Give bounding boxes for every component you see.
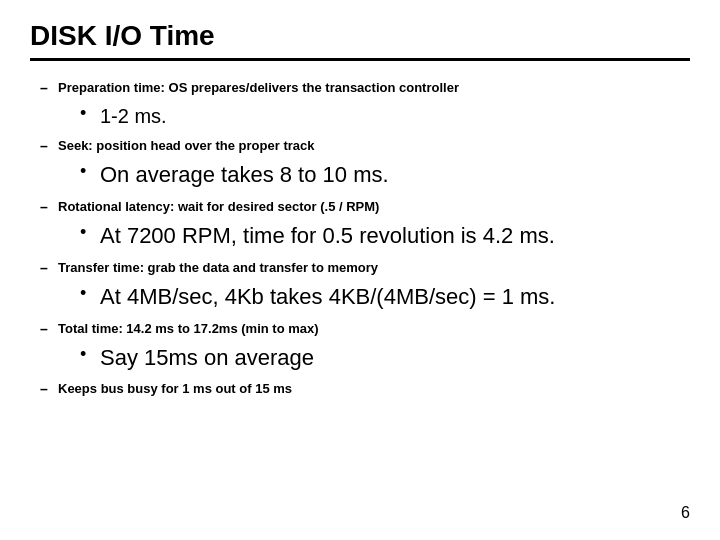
list-item: – Keeps bus busy for 1 ms out of 15 ms [40, 380, 690, 398]
slide-title: DISK I/O Time [30, 20, 215, 51]
dot-icon: • [80, 103, 100, 125]
dash-icon: – [40, 198, 58, 215]
list-item: • 1-2 ms. [80, 103, 690, 129]
dot-icon: • [80, 283, 100, 305]
page-number: 6 [681, 504, 690, 522]
list-item: • At 7200 RPM, time for 0.5 revolution i… [80, 222, 690, 251]
title-area: DISK I/O Time [30, 20, 690, 61]
sub-bullet-text: At 7200 RPM, time for 0.5 revolution is … [100, 222, 555, 251]
dot-icon: • [80, 344, 100, 366]
list-item: • On average takes 8 to 10 ms. [80, 161, 690, 190]
sub-bullet-text: Say 15ms on average [100, 344, 314, 373]
dash-icon: – [40, 79, 58, 96]
dash-icon: – [40, 320, 58, 337]
sub-bullet-text: On average takes 8 to 10 ms. [100, 161, 389, 190]
list-item: – Seek: position head over the proper tr… [40, 137, 690, 155]
bullet-text: Preparation time: OS prepares/delivers t… [58, 79, 459, 97]
bullet-text: Keeps bus busy for 1 ms out of 15 ms [58, 380, 292, 398]
sub-bullet-text: 1-2 ms. [100, 103, 167, 129]
bullet-text: Seek: position head over the proper trac… [58, 137, 314, 155]
dot-icon: • [80, 222, 100, 244]
bullet-text: Transfer time: grab the data and transfe… [58, 259, 378, 277]
dot-icon: • [80, 161, 100, 183]
list-item: • Say 15ms on average [80, 344, 690, 373]
dash-icon: – [40, 137, 58, 154]
list-item: • At 4MB/sec, 4Kb takes 4KB/(4MB/sec) = … [80, 283, 690, 312]
list-item: – Rotational latency: wait for desired s… [40, 198, 690, 216]
list-item: – Preparation time: OS prepares/delivers… [40, 79, 690, 97]
list-item: – Total time: 14.2 ms to 17.2ms (min to … [40, 320, 690, 338]
dash-icon: – [40, 259, 58, 276]
list-item: – Transfer time: grab the data and trans… [40, 259, 690, 277]
bullet-text: Rotational latency: wait for desired sec… [58, 198, 379, 216]
slide: DISK I/O Time – Preparation time: OS pre… [0, 0, 720, 540]
bullet-text: Total time: 14.2 ms to 17.2ms (min to ma… [58, 320, 319, 338]
sub-bullet-text: At 4MB/sec, 4Kb takes 4KB/(4MB/sec) = 1 … [100, 283, 555, 312]
dash-icon: – [40, 380, 58, 397]
content-area: – Preparation time: OS prepares/delivers… [30, 79, 690, 399]
